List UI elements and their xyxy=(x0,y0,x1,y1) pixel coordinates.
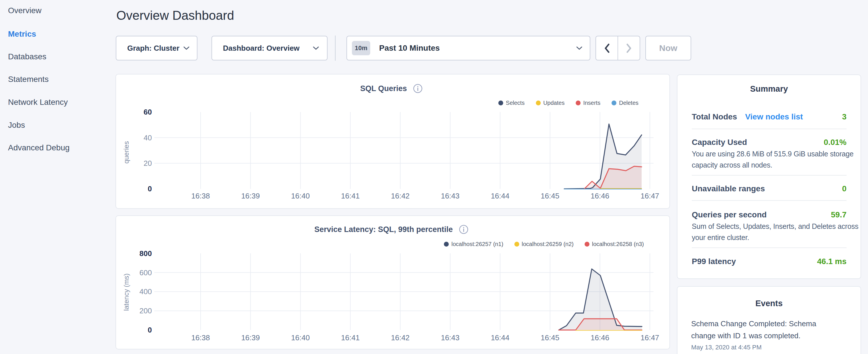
svg-text:16:41: 16:41 xyxy=(341,192,360,200)
svg-text:16:38: 16:38 xyxy=(191,192,210,200)
svg-text:16:39: 16:39 xyxy=(241,333,260,342)
svg-text:16:40: 16:40 xyxy=(291,192,310,200)
svg-text:0: 0 xyxy=(148,326,152,334)
svg-text:16:41: 16:41 xyxy=(341,333,360,342)
svg-text:16:39: 16:39 xyxy=(241,192,260,200)
svg-text:16:42: 16:42 xyxy=(391,333,409,342)
svg-text:16:44: 16:44 xyxy=(491,192,509,200)
svg-text:40: 40 xyxy=(144,133,152,142)
svg-text:16:45: 16:45 xyxy=(541,333,559,342)
svg-text:60: 60 xyxy=(144,108,152,116)
svg-text:16:47: 16:47 xyxy=(641,192,659,200)
svg-text:600: 600 xyxy=(140,268,152,277)
svg-text:16:40: 16:40 xyxy=(291,333,310,342)
svg-text:16:43: 16:43 xyxy=(441,192,459,200)
svg-text:16:46: 16:46 xyxy=(591,333,609,342)
svg-text:16:42: 16:42 xyxy=(391,192,409,200)
svg-text:400: 400 xyxy=(140,287,152,296)
svg-text:20: 20 xyxy=(144,159,152,167)
svg-text:16:47: 16:47 xyxy=(641,333,659,342)
svg-text:16:38: 16:38 xyxy=(191,333,210,342)
svg-text:800: 800 xyxy=(140,249,152,258)
svg-text:queries: queries xyxy=(122,141,130,164)
svg-text:16:45: 16:45 xyxy=(541,192,559,200)
svg-text:16:44: 16:44 xyxy=(491,333,509,342)
svg-text:16:43: 16:43 xyxy=(441,333,459,342)
svg-text:200: 200 xyxy=(140,307,152,315)
svg-text:latency (ms): latency (ms) xyxy=(122,273,130,311)
svg-text:0: 0 xyxy=(148,185,152,193)
svg-text:16:46: 16:46 xyxy=(591,192,609,200)
